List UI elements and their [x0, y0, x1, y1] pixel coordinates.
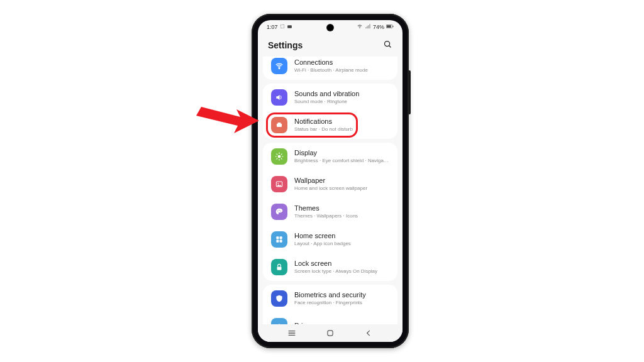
settings-item-notifications[interactable]: Notifications Status bar · Do not distur… — [263, 111, 397, 139]
svg-rect-0 — [280, 25, 284, 28]
image-icon — [271, 176, 287, 192]
wifi-icon — [271, 58, 287, 74]
item-subtitle: Screen lock type · Always On Display — [294, 268, 377, 275]
sun-icon — [271, 148, 287, 165]
svg-rect-4 — [393, 26, 394, 27]
svg-point-11 — [278, 155, 281, 158]
svg-rect-29 — [277, 266, 282, 270]
nav-recent-button[interactable] — [287, 328, 297, 338]
svg-point-6 — [385, 41, 390, 46]
bell-icon — [271, 117, 287, 133]
status-card-icon — [287, 24, 292, 31]
settings-item-display[interactable]: Display Brightness · Eye comfort shield … — [263, 143, 397, 170]
svg-rect-34 — [328, 331, 333, 336]
settings-item-home[interactable]: Home screen Layout · App icon badges — [263, 226, 397, 253]
svg-rect-10 — [278, 123, 281, 124]
item-subtitle: Face recognition · Fingerprints — [294, 300, 366, 306]
svg-point-22 — [277, 211, 278, 211]
settings-group: Sounds and vibration Sound mode · Ringto… — [263, 84, 397, 139]
settings-item-themes[interactable]: Themes Themes · Wallpapers · Icons — [263, 198, 397, 226]
item-subtitle: Sound mode · Ringtone — [294, 99, 359, 105]
shield-icon — [271, 290, 287, 307]
svg-point-2 — [360, 28, 360, 28]
item-subtitle: Wi-Fi · Bluetooth · Airplane mode — [294, 67, 368, 74]
item-title: Lock screen — [294, 260, 377, 268]
svg-rect-5 — [387, 25, 391, 28]
navigation-bar — [258, 324, 402, 342]
phone-screen: 1:07 74% — [258, 20, 402, 342]
svg-point-24 — [280, 211, 281, 211]
svg-rect-26 — [280, 236, 282, 239]
svg-point-23 — [279, 210, 279, 211]
palette-icon — [271, 204, 287, 220]
item-title: Wallpaper — [294, 177, 367, 185]
settings-group: Connections Wi-Fi · Bluetooth · Airplane… — [263, 57, 397, 80]
settings-header: Settings — [258, 34, 402, 57]
nav-back-button[interactable] — [364, 328, 374, 338]
item-title: Home screen — [294, 232, 351, 240]
item-title: Connections — [294, 58, 368, 67]
signal-icon — [365, 23, 371, 31]
page-title: Settings — [268, 40, 303, 50]
svg-rect-1 — [287, 25, 292, 28]
battery-text: 74% — [373, 24, 384, 30]
volume-icon — [271, 89, 287, 106]
item-title: Biometrics and security — [294, 291, 366, 299]
battery-icon — [386, 24, 394, 30]
svg-line-17 — [281, 158, 282, 159]
item-subtitle: Themes · Wallpapers · Icons — [294, 213, 358, 219]
item-subtitle: Brightness · Eye comfort shield · Naviga… — [294, 158, 389, 164]
settings-item-biometrics[interactable]: Biometrics and security Face recognition… — [263, 285, 397, 312]
settings-item-connections[interactable]: Connections Wi-Fi · Bluetooth · Airplane… — [263, 57, 397, 80]
settings-list[interactable]: Connections Wi-Fi · Bluetooth · Airplane… — [258, 57, 402, 324]
front-camera — [327, 25, 333, 31]
settings-item-privacy[interactable]: Privacy — [263, 312, 397, 324]
svg-marker-35 — [196, 107, 259, 133]
grid-icon — [271, 231, 287, 248]
privacy-icon — [271, 318, 287, 324]
nav-home-button[interactable] — [325, 328, 335, 338]
settings-group: Display Brightness · Eye comfort shield … — [263, 143, 397, 281]
item-title: Sounds and vibration — [294, 90, 359, 98]
wifi-icon — [357, 23, 363, 31]
settings-group: Biometrics and security Face recognition… — [263, 285, 397, 324]
svg-line-19 — [281, 154, 282, 155]
status-indicator-icon — [280, 24, 285, 30]
item-title: Themes — [294, 204, 358, 212]
svg-point-21 — [277, 183, 279, 184]
svg-rect-27 — [276, 240, 279, 243]
svg-line-7 — [389, 45, 391, 47]
svg-line-18 — [277, 158, 277, 159]
lock-icon — [271, 259, 287, 275]
svg-line-16 — [277, 154, 277, 155]
annotation-arrow-icon — [196, 107, 265, 145]
settings-item-wallpaper[interactable]: Wallpaper Home and lock screen wallpaper — [263, 170, 397, 198]
item-title: Notifications — [294, 118, 353, 126]
settings-item-sounds[interactable]: Sounds and vibration Sound mode · Ringto… — [263, 84, 397, 111]
svg-rect-9 — [277, 124, 282, 127]
item-subtitle: Home and lock screen wallpaper — [294, 185, 367, 192]
search-button[interactable] — [383, 40, 392, 52]
item-subtitle: Layout · App icon badges — [294, 241, 351, 247]
svg-rect-25 — [276, 236, 279, 239]
item-subtitle: Status bar · Do not disturb — [294, 126, 353, 133]
svg-rect-28 — [280, 240, 282, 243]
phone-frame: 1:07 74% — [252, 14, 409, 348]
status-time: 1:07 — [267, 24, 278, 30]
item-title: Display — [294, 149, 389, 157]
svg-point-8 — [279, 68, 280, 69]
settings-item-lock[interactable]: Lock screen Screen lock type · Always On… — [263, 253, 397, 281]
